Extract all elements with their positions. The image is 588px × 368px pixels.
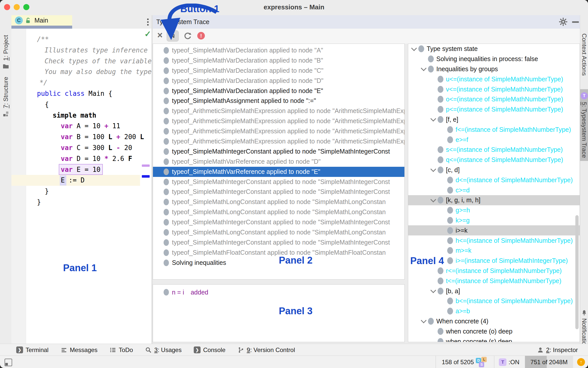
code-line[interactable]: var B = 100 L + 200 L (11, 132, 151, 142)
tree-row[interactable]: o<=(instance of SimpleMathNumberType) (408, 94, 580, 104)
trace-event-row[interactable]: typeof_SimpleMathLongConstant applied to… (153, 227, 404, 237)
trace-event-row[interactable]: typeof_SimpleMathIntegerConstant applied… (153, 237, 404, 248)
trace-event-row[interactable]: typeof_SimpleMathIntegerConstant applied… (153, 217, 404, 227)
sidebar-tab-context-actions[interactable]: Context Actions (580, 33, 588, 76)
trace-event-row[interactable]: typeof_SimpleMathIntegerConstant applied… (153, 146, 404, 157)
tree-row[interactable]: [k, g, i, m, h] (408, 195, 580, 205)
trace-event-row[interactable]: typeof_SimpleMathVarReference applied to… (153, 157, 404, 167)
tool-window-inspector[interactable]: 2: Inspector (537, 346, 578, 354)
tree-row[interactable]: i>=k (408, 225, 580, 235)
code-line[interactable]: } (11, 186, 151, 197)
tree-row[interactable]: Inequalities by groups (408, 64, 580, 74)
trace-event-row[interactable]: typeof_SimpleMathLongConstant applied to… (153, 207, 404, 217)
typesystem-toggle-state[interactable]: :ON (508, 359, 519, 366)
tree-row[interactable]: k>=g (408, 215, 580, 226)
code-line[interactable]: { (11, 99, 151, 110)
trace-event-row[interactable]: typeof_ArithmeticSimpleMathExpression ap… (153, 136, 404, 146)
tool-window-button-console[interactable]: ❯Console (194, 346, 225, 354)
tree-row[interactable]: q<=(instance of SimpleMathNumberType) (408, 155, 580, 165)
tree-row[interactable]: v<=(instance of SimpleMathNumberType) (408, 84, 580, 94)
code-editor[interactable]: ✓ /**Illustrates type inferenceCheck typ… (11, 29, 151, 344)
tool-window-button-terminal[interactable]: ❯Terminal (16, 346, 49, 354)
trace-event-row[interactable]: typeof_SimpleMathIntegerConstant applied… (153, 177, 404, 187)
memory-indicator[interactable]: 751 of 2048M (525, 356, 573, 368)
tree-row[interactable]: [c, d] (408, 165, 580, 175)
trace-detail-row[interactable]: n = i added (153, 287, 404, 297)
toggle-tool-windows-icon[interactable] (5, 359, 12, 366)
bullet-icon (164, 128, 169, 135)
code-line[interactable]: Check types of the variables (11, 56, 151, 67)
tree-row[interactable]: g>=h (408, 205, 580, 215)
tool-window-button-usages[interactable]: 3: Usages (145, 346, 182, 354)
trace-event-row[interactable]: typeof_SimpleMathVarDeclaration applied … (153, 45, 404, 56)
code-line[interactable]: You may also debug the types (11, 66, 151, 77)
trace-event-row[interactable]: typeof_ArithmeticSimpleMathExpression ap… (153, 126, 404, 136)
typesystem-toggle-icon[interactable]: T (499, 358, 506, 366)
trace-event-list[interactable]: typeof_SimpleMathVarDeclaration applied … (153, 44, 405, 280)
code-line[interactable]: public class Main { (11, 88, 151, 99)
code-line[interactable]: var C = 300 L - 20 (11, 142, 151, 153)
gear-icon[interactable] (559, 17, 567, 26)
tool-window-button-versioncontrol[interactable]: 9: Version Control (238, 346, 295, 354)
sidebar-tab-typesystem-trace[interactable]: T 5: Typesystem Trace (580, 89, 588, 161)
caret-position-status[interactable]: 158 of 5205 (440, 359, 476, 366)
code-line[interactable]: var D = 10 * 2.6 F (11, 153, 151, 164)
trace-event-row[interactable]: typeof_ArithmeticSimpleMathExpression ap… (153, 106, 404, 116)
tree-row[interactable]: m>=k (408, 246, 580, 256)
trace-event-row[interactable]: typeof_SimpleMathIntegerConstant applied… (153, 187, 404, 197)
tree-row[interactable]: r<=(instance of SimpleMathNumberType) (408, 266, 580, 276)
tree-row[interactable]: e>=f (408, 135, 580, 145)
bullet-icon (447, 136, 453, 143)
console-icon: ❯ (194, 346, 201, 353)
code-line[interactable]: Illustrates type inference (11, 45, 151, 56)
tree-row[interactable]: t<=(instance of SimpleMathNumberType) (408, 276, 580, 286)
type-system-state-tree[interactable]: Type system stateSolving inequalities in… (408, 44, 580, 342)
tree-row[interactable]: p<=(instance of SimpleMathNumberType) (408, 104, 580, 115)
code-line[interactable]: */ (11, 77, 151, 88)
tool-window-button-messages[interactable]: Messages (61, 346, 97, 354)
bullet-icon (164, 199, 169, 205)
trace-event-row[interactable]: typeof_SimpleMathVarDeclaration applied … (153, 86, 404, 96)
sidebar-tab-project[interactable]: 1: Project (0, 35, 11, 69)
tree-scrollbar[interactable] (575, 215, 579, 329)
tree-row[interactable]: Type system state (408, 44, 580, 54)
dsl-cluster-icon[interactable]: D L S (475, 357, 489, 368)
trace-event-row[interactable]: typeof_SimpleMathAssignment applied to n… (153, 96, 404, 106)
tree-row[interactable]: h<=(instance of SimpleMathNumberType) (408, 235, 580, 246)
tree-row[interactable]: Solving inequalities in process: false (408, 54, 580, 64)
trace-event-row[interactable]: typeof_SimpleMathVarReference applied to… (153, 167, 404, 177)
memory-label: 751 of 2048M (531, 359, 568, 366)
code-line[interactable]: E := D (11, 175, 151, 186)
tree-row[interactable]: When concrete (4) (408, 316, 580, 326)
tree-row[interactable]: f<=(instance of SimpleMathNumberType) (408, 124, 580, 135)
trace-event-row[interactable]: typeof_SimpleMathVarDeclaration applied … (153, 76, 404, 86)
hide-panel-icon[interactable] (572, 21, 579, 23)
bullet-icon (438, 76, 443, 83)
gc-button[interactable]: ↑ (577, 358, 585, 366)
trace-event-row[interactable]: typeof_SimpleMathLongConstant applied to… (153, 197, 404, 207)
tree-row[interactable]: u<=(instance of SimpleMathNumberType) (408, 74, 580, 84)
tree-row[interactable]: s<=(instance of SimpleMathNumberType) (408, 145, 580, 155)
tree-row[interactable]: when concrete (o) deep (408, 326, 580, 336)
tree-row[interactable]: [b, a] (408, 286, 580, 296)
trace-event-row[interactable]: typeof_ArithmeticSimpleMathExpression ap… (153, 116, 404, 126)
bullet-icon (164, 98, 169, 104)
editor-options-kebab-icon[interactable] (144, 17, 152, 27)
editor-tab-main[interactable]: C Main (11, 15, 72, 26)
code-line[interactable]: var A = 10 + 11 (11, 121, 151, 132)
tool-window-button-todo[interactable]: ToDo (110, 346, 133, 354)
tree-row[interactable]: [f, e] (408, 115, 580, 125)
tree-row[interactable]: when concrete (s) deep (408, 336, 580, 342)
sidebar-tab-structure[interactable]: 7: Structure (0, 77, 11, 117)
tree-row[interactable]: d<=(instance of SimpleMathNumberType) (408, 175, 580, 185)
trace-event-row[interactable]: typeof_SimpleMathVarDeclaration applied … (153, 56, 404, 66)
tree-row[interactable]: c>=d (408, 185, 580, 195)
code-line[interactable]: simple math (11, 110, 151, 121)
tree-row[interactable]: b<=(instance of SimpleMathNumberType) (408, 296, 580, 306)
trace-event-row[interactable]: typeof_SimpleMathVarDeclaration applied … (153, 66, 404, 76)
folder-icon (3, 64, 9, 69)
code-line[interactable]: var E = 10 (11, 164, 151, 175)
code-line[interactable]: /** (11, 34, 151, 45)
code-line[interactable]: } (11, 197, 151, 208)
tree-row[interactable]: a>=b (408, 306, 580, 316)
